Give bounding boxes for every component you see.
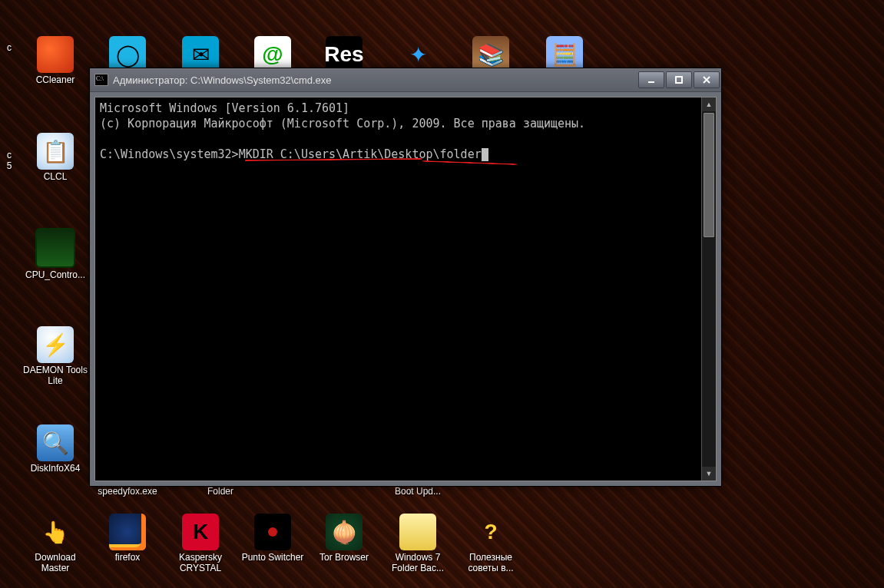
tor-icon: 🧅 — [326, 514, 363, 550]
desktop-icon-label: DAEMON Tools Lite — [23, 365, 88, 386]
kasp-icon: K — [182, 514, 219, 550]
cmd-window[interactable]: Администратор: C:\Windows\System32\cmd.e… — [89, 68, 722, 487]
terminal-line: (c) Корпорация Майкрософт (Microsoft Cor… — [100, 117, 585, 130]
desktop-icon-label: Boot Upd... — [395, 486, 441, 497]
desktop-icon-label: Download Master — [23, 552, 88, 573]
generic-icon — [0, 4, 28, 41]
terminal-output[interactable]: Microsoft Windows [Version 6.1.7601] (c)… — [95, 97, 701, 481]
desktop-icon-label: DiskInfoX64 — [31, 463, 81, 474]
window-title: Администратор: C:\Windows\System32\cmd.e… — [113, 74, 638, 86]
desktop-icon-label: CCleaner — [36, 74, 75, 85]
desktop-icon[interactable]: ⚡DAEMON Tools Lite — [23, 326, 88, 386]
minimize-button[interactable] — [638, 71, 664, 88]
maximize-button[interactable] — [666, 71, 692, 88]
titlebar[interactable]: Администратор: C:\Windows\System32\cmd.e… — [90, 68, 721, 92]
desktop-icon-label: Tor Browser — [319, 552, 369, 563]
desktop-icon[interactable]: firefox — [95, 514, 160, 563]
desktop-icon-partial[interactable]: c — [0, 4, 41, 53]
desktop-icon-partial[interactable]: c5 — [0, 111, 41, 171]
terminal-client: Microsoft Windows [Version 6.1.7601] (c)… — [94, 97, 717, 481]
chip-icon — [35, 228, 75, 268]
daemon-icon: ⚡ — [37, 326, 74, 363]
desktop-icon-label: speedyfox.exe — [98, 486, 157, 497]
desktop-icon[interactable]: ?Полезные советы в... — [459, 514, 523, 573]
scroll-thumb[interactable] — [704, 113, 714, 237]
close-button[interactable] — [694, 71, 720, 88]
desktop-icon-label: Folder — [207, 486, 233, 497]
svg-rect-1 — [676, 77, 682, 83]
scroll-up-button[interactable]: ▲ — [702, 97, 716, 111]
desktop-icon-label: CLCL — [44, 171, 68, 182]
firefox-icon — [109, 514, 146, 550]
hand-icon: 👆 — [37, 514, 74, 550]
cmd-icon — [94, 74, 108, 86]
desktop-icon[interactable]: Punto Switcher — [240, 514, 305, 563]
disk-icon: 🔍 — [37, 424, 74, 461]
folder-icon — [399, 514, 436, 550]
terminal-line: Microsoft Windows [Version 6.1.7601] — [100, 101, 349, 115]
ccleaner-icon — [37, 36, 74, 73]
desktop-icon[interactable]: 👆Download Master — [23, 514, 88, 573]
desktop-icon-label: Kaspersky CRYSTAL — [168, 552, 233, 573]
desktop-icon[interactable]: KKaspersky CRYSTAL — [168, 514, 233, 573]
desktop-icon[interactable]: 🔍DiskInfoX64 — [23, 424, 88, 474]
desktop-icon[interactable]: Windows 7 Folder Bac... — [386, 514, 450, 573]
desktop-icon-label: Полезные советы в... — [459, 552, 523, 573]
desktop-icon-label: Punto Switcher — [242, 552, 304, 563]
punto-icon — [254, 514, 291, 550]
clcl-icon: 📋 — [37, 133, 74, 170]
desktop-icon-label: CPU_Contro... — [25, 269, 85, 280]
desktop-icon[interactable]: CPU_Contro... — [23, 228, 88, 280]
generic-icon — [0, 111, 28, 148]
cursor — [482, 148, 488, 161]
desktop-icon-label: firefox — [115, 552, 141, 563]
scroll-down-button[interactable]: ▼ — [702, 467, 716, 481]
scrollbar[interactable]: ▲ ▼ — [701, 97, 716, 481]
desktop-icon-label: Windows 7 Folder Bac... — [386, 552, 450, 573]
qmark-icon: ? — [472, 514, 509, 550]
desktop-icon[interactable]: 🧅Tor Browser — [312, 514, 376, 563]
